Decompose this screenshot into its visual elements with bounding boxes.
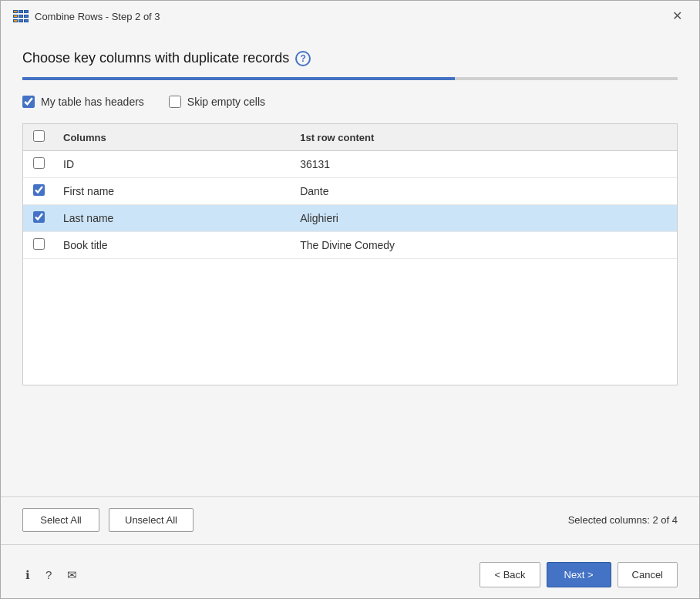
cell-column-0: ID	[54, 151, 291, 178]
next-button[interactable]: Next >	[547, 562, 611, 587]
app-icon	[13, 10, 29, 22]
main-content: Choose key columns with duplicate record…	[1, 32, 699, 496]
table-row[interactable]: ID36131	[23, 151, 677, 178]
row-checkbox-2[interactable]	[33, 211, 45, 223]
cancel-button[interactable]: Cancel	[618, 562, 678, 587]
row-checkbox-3[interactable]	[33, 238, 45, 250]
columns-table: Columns 1st row content ID36131First nam…	[22, 123, 678, 385]
cell-column-3: Book title	[54, 232, 291, 259]
close-button[interactable]: ✕	[668, 8, 687, 24]
has-headers-label[interactable]: My table has headers	[22, 96, 144, 108]
row-checkbox-1[interactable]	[33, 184, 45, 196]
progress-step-3	[455, 77, 678, 80]
page-title-container: Choose key columns with duplicate record…	[22, 50, 678, 66]
nav-buttons: < Back Next > Cancel	[480, 562, 678, 587]
select-all-header-checkbox[interactable]	[33, 130, 45, 142]
dialog: Combine Rows - Step 2 of 3 ✕ Choose key …	[0, 0, 700, 599]
bottom-section: Select All Unselect All Selected columns…	[1, 496, 699, 598]
question-icon: ?	[45, 568, 52, 581]
divider	[1, 544, 699, 545]
title-bar: Combine Rows - Step 2 of 3 ✕	[1, 1, 699, 32]
cell-column-1: First name	[54, 178, 291, 205]
table-row[interactable]: First nameDante	[23, 178, 677, 205]
skip-empty-label[interactable]: Skip empty cells	[169, 96, 265, 108]
select-all-button[interactable]: Select All	[22, 508, 99, 532]
email-icon: ✉	[67, 568, 77, 581]
back-button[interactable]: < Back	[480, 562, 540, 587]
table-row[interactable]: Last nameAlighieri	[23, 205, 677, 232]
select-row: Select All Unselect All Selected columns…	[22, 508, 678, 532]
options-row: My table has headers Skip empty cells	[22, 96, 678, 108]
progress-step-1	[22, 77, 239, 80]
unselect-all-button[interactable]: Unselect All	[109, 508, 194, 532]
help-icon[interactable]: ?	[295, 51, 311, 66]
skip-empty-checkbox[interactable]	[169, 96, 181, 108]
row-checkbox-0[interactable]	[33, 157, 45, 169]
nav-row: ℹ ? ✉ < Back Next > Cancel	[22, 556, 678, 587]
table-row[interactable]: Book titleThe Divine Comedy	[23, 232, 677, 259]
email-icon-button[interactable]: ✉	[64, 567, 80, 584]
header-columns: Columns	[54, 124, 291, 151]
has-headers-checkbox[interactable]	[22, 96, 35, 108]
table-header-row: Columns 1st row content	[23, 124, 677, 151]
nav-icons: ℹ ? ✉	[22, 567, 80, 584]
info-icon: ℹ	[25, 568, 30, 581]
progress-step-2	[239, 77, 456, 80]
cell-row-content-2: Alighieri	[291, 205, 677, 232]
progress-bar	[22, 77, 678, 80]
header-row-content: 1st row content	[291, 124, 677, 151]
question-icon-button[interactable]: ?	[42, 567, 55, 583]
cell-row-content-0: 36131	[291, 151, 677, 178]
cell-column-2: Last name	[54, 205, 291, 232]
cell-row-content-3: The Divine Comedy	[291, 232, 677, 259]
selected-info: Selected columns: 2 of 4	[568, 514, 678, 526]
page-title: Choose key columns with duplicate record…	[22, 50, 289, 66]
info-icon-button[interactable]: ℹ	[22, 567, 33, 584]
cell-row-content-1: Dante	[291, 178, 677, 205]
title-bar-left: Combine Rows - Step 2 of 3	[13, 10, 160, 22]
dialog-title: Combine Rows - Step 2 of 3	[35, 11, 160, 22]
header-checkbox-col	[23, 124, 54, 151]
